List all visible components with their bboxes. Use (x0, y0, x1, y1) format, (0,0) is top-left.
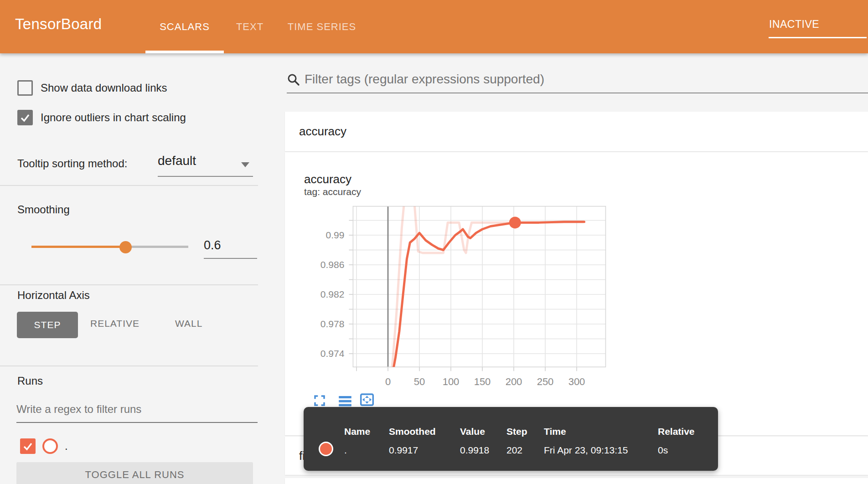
tooltip-value-name: . (344, 445, 347, 456)
svg-text:250: 250 (537, 376, 554, 387)
svg-text:50: 50 (414, 376, 425, 387)
chevron-down-icon (241, 162, 249, 167)
search-icon (287, 73, 300, 87)
smoothing-slider[interactable] (31, 241, 188, 253)
tooltip-sorting-value: default (158, 154, 196, 168)
scalar-line-chart[interactable]: 0.9740.9780.9820.9860.990501001502002503… (319, 201, 613, 388)
svg-text:0: 0 (385, 376, 391, 387)
sidebar-divider (0, 185, 258, 186)
smoothing-value-input[interactable]: 0.6 (204, 238, 221, 252)
tensorboard-app: { "colors": { "header_orange": "#e2823d"… (0, 0, 868, 484)
run-name: . (65, 440, 68, 453)
svg-text:100: 100 (443, 376, 460, 387)
tab-text-label: TEXT (236, 21, 264, 33)
tab-time-series[interactable]: TIME SERIES (280, 0, 364, 53)
tooltip-value-step: 202 (506, 445, 522, 456)
smoothing-label: Smoothing (17, 203, 70, 216)
sidebar-divider (0, 366, 258, 366)
horizontal-axis-label: Horizontal Axis (17, 289, 90, 302)
expand-chart-icon[interactable] (313, 394, 326, 407)
axis-option-wall-button[interactable]: WALL (175, 318, 202, 329)
app-header: TensorBoard SCALARS TEXT TIME SERIES INA… (0, 0, 868, 53)
tooltip-header-smoothed: Smoothed (389, 426, 436, 437)
chart-title: accuracy (304, 172, 351, 186)
tooltip-value-time: Fri Apr 23, 09:13:15 (544, 445, 628, 456)
filter-tags-underline (287, 93, 868, 93)
runs-filter-input[interactable] (16, 403, 253, 416)
slider-fill (31, 246, 125, 248)
tooltip-value-smoothed: 0.9917 (389, 445, 418, 456)
ignore-outliers-row: Ignore outliers in chart scaling (17, 110, 186, 125)
slider-thumb[interactable] (119, 241, 132, 253)
show-download-links-label: Show data download links (41, 82, 167, 94)
tab-scalars[interactable]: SCALARS (145, 0, 224, 53)
status-label: INACTIVE (769, 18, 819, 31)
ignore-outliers-label: Ignore outliers in chart scaling (41, 111, 186, 124)
axis-option-step-button[interactable]: STEP (17, 312, 78, 338)
svg-text:0.978: 0.978 (320, 319, 345, 329)
runs-section-label: Runs (17, 375, 43, 387)
toggle-all-runs-button[interactable]: TOGGLE ALL RUNS (16, 462, 253, 484)
tooltip-header-value: Value (460, 426, 485, 437)
tooltip-sorting-select[interactable]: default (158, 151, 253, 177)
tooltip-header-step: Step (506, 426, 527, 437)
svg-text:150: 150 (474, 376, 491, 387)
tooltip-value-relative: 0s (658, 445, 668, 456)
reload-status-select[interactable]: INACTIVE (769, 0, 867, 53)
check-icon (22, 441, 33, 452)
tag-group-title: accuracy (299, 124, 346, 139)
run-color-swatch (319, 442, 333, 456)
check-icon (20, 112, 31, 123)
svg-text:0.974: 0.974 (320, 348, 345, 359)
sidebar-divider (0, 284, 258, 285)
svg-text:0.99: 0.99 (326, 230, 345, 240)
smoothing-value-underline (204, 258, 257, 259)
svg-text:200: 200 (506, 376, 522, 387)
tab-time-series-label: TIME SERIES (288, 21, 356, 33)
chart-tag-subtitle: tag: accuracy (304, 186, 361, 197)
svg-text:0.982: 0.982 (320, 289, 345, 299)
chart-hover-tooltip: Name Smoothed Value Step Time Relative .… (304, 407, 718, 471)
axis-option-relative-button[interactable]: RELATIVE (90, 318, 140, 329)
filter-tags-input[interactable] (305, 72, 760, 87)
svg-text:0.986: 0.986 (320, 259, 345, 270)
run-checkbox[interactable] (20, 438, 36, 454)
app-title: TensorBoard (15, 15, 102, 33)
status-underline (769, 37, 867, 38)
next-card-edge (285, 478, 868, 484)
run-color-swatch (42, 438, 58, 454)
fit-domain-icon[interactable] (359, 392, 375, 407)
log-scale-icon[interactable] (338, 394, 352, 407)
svg-text:300: 300 (568, 376, 585, 387)
tooltip-header-relative: Relative (658, 426, 695, 437)
run-list-item: . (20, 438, 68, 455)
tab-text[interactable]: TEXT (228, 0, 272, 53)
show-download-links-checkbox[interactable] (17, 80, 33, 96)
tooltip-header-name: Name (344, 426, 370, 437)
runs-filter-underline (16, 422, 258, 423)
tooltip-value-value: 0.9918 (460, 445, 489, 456)
tooltip-header-time: Time (544, 426, 566, 437)
tooltip-sorting-label: Tooltip sorting method: (17, 157, 127, 170)
ignore-outliers-checkbox[interactable] (17, 110, 33, 125)
tab-scalars-label: SCALARS (160, 21, 210, 33)
show-download-links-row: Show data download links (17, 80, 167, 96)
tag-group-header-accuracy[interactable]: accuracy (285, 112, 868, 151)
active-tab-indicator (145, 51, 224, 53)
